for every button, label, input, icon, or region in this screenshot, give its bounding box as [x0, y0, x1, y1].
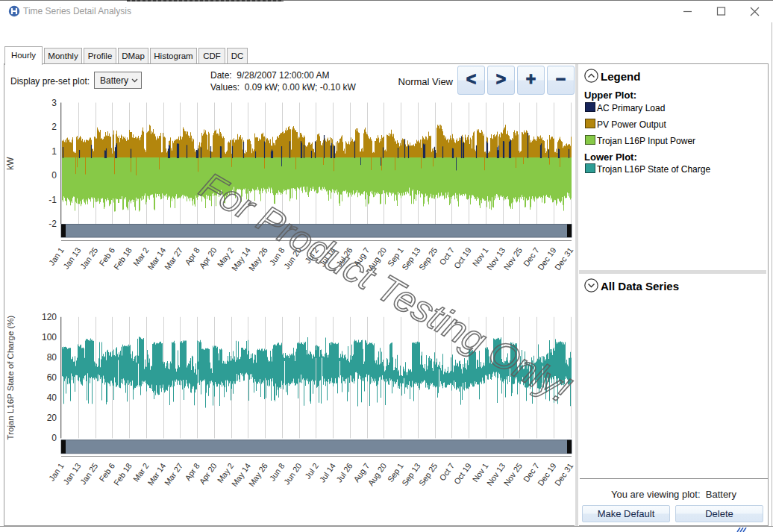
- svg-text:Sep 25: Sep 25: [417, 461, 439, 487]
- svg-text:Trojan L16P State of Charge (%: Trojan L16P State of Charge (%): [6, 315, 15, 439]
- svg-text:3: 3: [51, 98, 57, 108]
- svg-text:Aug 20: Aug 20: [366, 461, 388, 487]
- svg-text:Sep 25: Sep 25: [417, 245, 439, 272]
- svg-text:Oct 19: Oct 19: [452, 245, 473, 270]
- svg-text:20: 20: [47, 413, 57, 423]
- svg-text:Feb 18: Feb 18: [112, 245, 134, 271]
- svg-text:Nov 25: Nov 25: [502, 245, 524, 272]
- svg-text:Mar 27: Mar 27: [163, 245, 184, 271]
- svg-text:Jan 25: Jan 25: [78, 461, 99, 486]
- svg-text:80: 80: [47, 352, 57, 363]
- svg-text:Apr 20: Apr 20: [197, 461, 218, 486]
- svg-text:Apr 20: Apr 20: [197, 245, 218, 270]
- svg-text:40: 40: [47, 392, 57, 403]
- svg-text:-1: -1: [48, 195, 57, 205]
- svg-text:Jul 26: Jul 26: [334, 461, 354, 484]
- svg-text:Oct 19: Oct 19: [452, 461, 473, 486]
- svg-text:120: 120: [42, 312, 57, 322]
- svg-text:Feb 18: Feb 18: [112, 461, 134, 486]
- svg-text:Nov 25: Nov 25: [502, 461, 524, 487]
- svg-text:Jan 25: Jan 25: [78, 245, 99, 270]
- svg-text:0: 0: [51, 433, 57, 443]
- svg-text:100: 100: [42, 332, 57, 342]
- svg-text:Jun 20: Jun 20: [282, 461, 303, 486]
- svg-text:Mar 27: Mar 27: [163, 461, 184, 486]
- svg-text:Jul 14: Jul 14: [317, 461, 337, 484]
- svg-text:1: 1: [51, 146, 57, 157]
- svg-text:0: 0: [51, 170, 57, 181]
- svg-text:kW: kW: [5, 157, 16, 170]
- svg-text:-2: -2: [48, 219, 57, 229]
- svg-text:60: 60: [47, 372, 57, 383]
- svg-text:2: 2: [51, 122, 57, 132]
